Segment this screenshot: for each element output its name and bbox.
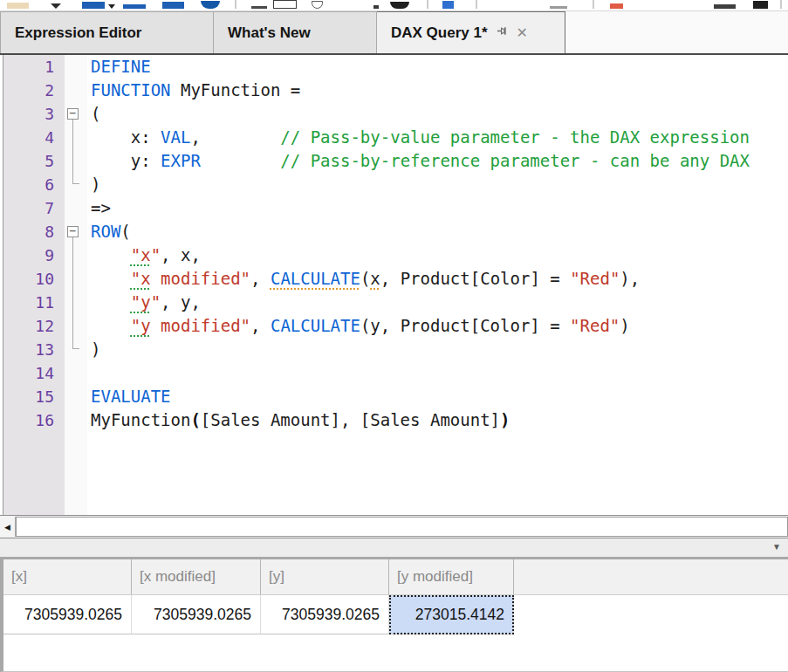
expand-results-icon[interactable]: ▼ [772, 542, 781, 552]
save-caret-icon[interactable] [108, 4, 115, 9]
line-number[interactable]: 5 [3, 149, 65, 173]
code-token: "Red" [570, 269, 620, 288]
line-number[interactable]: 15 [3, 385, 65, 408]
line-number[interactable]: 12 [3, 314, 65, 338]
code-token: EXPR [161, 151, 201, 170]
code-line[interactable]: => [91, 196, 788, 220]
copy-icon[interactable] [162, 2, 184, 9]
output-icon[interactable] [714, 4, 736, 9]
table-row: 7305939.0265 7305939.0265 7305939.0265 2… [3, 595, 788, 634]
code-line[interactable]: DEFINE [91, 55, 788, 79]
tab-whats-new[interactable]: What's New [214, 11, 377, 53]
scrollbar-thumb[interactable] [16, 517, 788, 537]
line-number[interactable]: 14 [3, 361, 65, 385]
code-token: ROW [91, 222, 120, 241]
cell-y[interactable]: 7305939.0265 [261, 595, 389, 634]
code-token: => [91, 198, 111, 217]
column-header-x[interactable]: [x] [3, 559, 132, 594]
code-line[interactable]: "y modified", CALCULATE(y, Product[Color… [91, 314, 788, 338]
column-header-y-modified[interactable]: [y modified] [389, 559, 514, 594]
code-line[interactable]: "y", y, [91, 291, 788, 314]
line-number[interactable]: 16 [3, 408, 65, 432]
code-token: // Pass-by-reference parameter - can be … [280, 151, 750, 170]
line-number[interactable]: 13 [3, 338, 65, 361]
code-line[interactable]: "x", x, [91, 243, 788, 267]
results-splitter[interactable]: ▼ [0, 538, 788, 557]
code-token: [Sales Amount], [Sales Amount] [201, 410, 500, 429]
dax-studio-window: Expression Editor What's New DAX Query 1… [0, 0, 788, 672]
line-number[interactable]: 10 [3, 267, 65, 291]
open-folder-icon[interactable] [7, 3, 29, 9]
tab-label: What's New [228, 24, 311, 42]
fold-guide-line [72, 237, 73, 349]
close-tab-icon[interactable]: ✕ [517, 26, 528, 40]
column-header-x-modified[interactable]: [x modified] [132, 559, 261, 594]
code-line[interactable] [91, 361, 788, 385]
stop-icon[interactable] [610, 3, 623, 9]
tab-expression-editor[interactable]: Expression Editor [0, 11, 214, 53]
dropdown-caret-icon[interactable] [51, 3, 61, 9]
code-line[interactable]: FUNCTION MyFunction = [91, 79, 788, 102]
save-icon[interactable] [82, 2, 105, 9]
line-number[interactable]: 3 [3, 102, 65, 126]
code-line[interactable]: MyFunction([Sales Amount], [Sales Amount… [91, 408, 788, 432]
line-number[interactable]: 2 [3, 79, 65, 102]
results-grid: [x] [x modified] [y] [y modified] 730593… [0, 557, 788, 672]
code-token: , [190, 127, 280, 147]
pin-tab-icon[interactable] [497, 24, 510, 42]
code-line[interactable]: ) [91, 173, 788, 196]
code-token: CALCULATE [271, 269, 360, 288]
scroll-left-button[interactable]: ◀ [0, 517, 16, 537]
fold-collapse-button[interactable]: − [67, 226, 79, 237]
refresh-icon[interactable] [201, 1, 220, 9]
cell-x[interactable]: 7305939.0265 [3, 595, 132, 634]
code-token: (y, Product[Color] = [360, 316, 570, 335]
line-number-gutter[interactable]: 12345678910111213141516 [3, 55, 65, 515]
window-icon[interactable] [273, 0, 297, 9]
run-icon[interactable] [390, 2, 409, 9]
cell-x-modified[interactable]: 7305939.0265 [132, 595, 261, 634]
grid-header-row: [x] [x modified] [y] [y modified] [3, 559, 788, 595]
separator [476, 0, 477, 9]
code-token: "y [131, 292, 151, 312]
separator [235, 0, 236, 9]
column-header-y[interactable]: [y] [261, 559, 389, 594]
cell-y-modified-selected[interactable]: 273015.4142 [389, 595, 514, 634]
code-token: // Pass-by-value parameter - the DAX exp… [280, 127, 750, 147]
clear-cache-icon[interactable] [550, 6, 567, 9]
code-line[interactable]: x: VAL, // Pass-by-value parameter - the… [91, 126, 788, 149]
code-line[interactable]: ROW( [91, 220, 788, 243]
tab-dax-query-1[interactable]: DAX Query 1* ✕ [377, 11, 565, 53]
search-icon[interactable] [442, 1, 454, 9]
undo-icon[interactable] [251, 6, 267, 9]
line-number[interactable]: 6 [3, 173, 65, 196]
code-token: , y, [161, 292, 201, 312]
table-icon[interactable] [753, 1, 768, 9]
code-token: DEFINE [91, 57, 151, 76]
code-token: ( [360, 269, 370, 288]
line-number[interactable]: 9 [3, 243, 65, 267]
horizontal-scrollbar[interactable]: ◀ [0, 515, 788, 538]
code-token: "Red" [570, 316, 620, 335]
line-number[interactable]: 11 [3, 291, 65, 314]
code-token: x [370, 269, 380, 288]
line-number[interactable]: 1 [3, 55, 65, 79]
code-area[interactable]: DEFINEFUNCTION MyFunction =( x: VAL, // … [87, 55, 788, 515]
code-editor[interactable]: 12345678910111213141516 −− DEFINEFUNCTIO… [0, 55, 788, 515]
line-number[interactable]: 7 [3, 196, 65, 220]
fold-collapse-button[interactable]: − [67, 108, 79, 120]
clock-icon[interactable] [312, 1, 323, 9]
line-number[interactable]: 8 [3, 220, 65, 243]
paste-icon[interactable] [123, 4, 146, 9]
comment-icon[interactable] [373, 5, 379, 9]
line-number[interactable]: 4 [3, 126, 65, 149]
code-line[interactable]: EVALUATE [91, 385, 788, 408]
code-line[interactable]: ) [91, 338, 788, 361]
code-line[interactable]: "x modified", CALCULATE(x, Product[Color… [91, 267, 788, 291]
tab-label: DAX Query 1* [391, 24, 488, 42]
code-token: ) [91, 175, 100, 194]
code-token: ) [620, 316, 629, 335]
code-line[interactable]: y: EXPR // Pass-by-reference parameter -… [91, 149, 788, 173]
code-line[interactable]: ( [91, 102, 788, 126]
code-token: ) [91, 339, 100, 359]
